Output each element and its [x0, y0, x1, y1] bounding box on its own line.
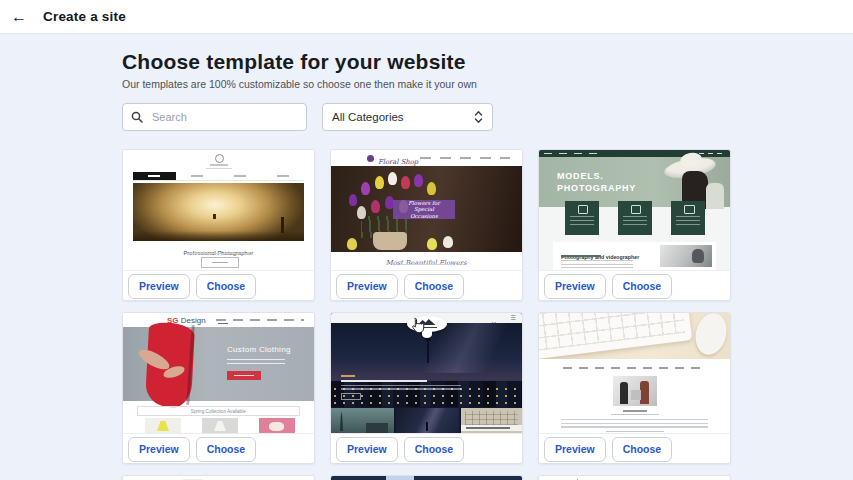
camera-icon	[578, 205, 588, 214]
chevron-up-down-icon	[474, 110, 483, 124]
site-cta-button	[201, 257, 239, 268]
preview-button[interactable]: Preview	[128, 437, 190, 462]
site-nav-links	[420, 157, 510, 159]
hero-title: Custom Clothing	[227, 345, 291, 354]
choose-button[interactable]: Choose	[196, 274, 257, 299]
film-icon	[631, 205, 641, 214]
template-thumbnail-partial-tabs[interactable]	[123, 476, 314, 480]
template-thumbnail-floral-shop[interactable]: Floral Shop	[331, 150, 522, 271]
app-bar: ← Create a site	[0, 0, 853, 33]
category-dropdown[interactable]: All Categories	[322, 103, 493, 131]
search-icon	[131, 111, 143, 123]
template-thumbnail-sg-design[interactable]: SG Design Custom Clothing	[123, 313, 314, 434]
product-photo-white-dress	[202, 418, 238, 433]
content-section	[539, 359, 730, 433]
caption-script-text: Most Beautiful Flowers	[331, 254, 522, 271]
template-thumbnail-night-city[interactable]: Menu ☰	[331, 313, 522, 434]
site-logo-mark	[215, 154, 224, 163]
hamburger-icon: ☰	[511, 314, 516, 321]
template-card-partial-navy	[330, 475, 523, 480]
mouse-photo	[691, 313, 730, 358]
site-nav-links	[563, 367, 706, 369]
section-photo-office	[613, 376, 657, 406]
template-card-sg-design: SG Design Custom Clothing	[122, 312, 315, 464]
product-photo-pink	[259, 418, 295, 433]
tile-photo-night-sky	[396, 408, 459, 433]
card-actions: Preview Choose	[123, 271, 314, 301]
tile-photo-map	[461, 408, 522, 433]
site-nav-active-tab	[386, 476, 414, 480]
site-nav-bar	[133, 172, 304, 181]
card-actions: Preview Choose	[331, 271, 522, 301]
page-subtitle: Our templates are 100% customizable so c…	[122, 78, 762, 90]
product-photo-yellow-dress	[145, 418, 181, 433]
template-card-models-photography: MODELS. PHOTOGRAPHY	[538, 149, 731, 301]
mountain-logo-icon	[418, 319, 436, 325]
search-box[interactable]	[122, 103, 307, 131]
tile-photo-statue	[331, 408, 394, 433]
template-grid: Professional Photographer Preview Choose	[122, 149, 762, 480]
template-card-floral-shop: Floral Shop	[330, 149, 523, 301]
preview-button[interactable]: Preview	[336, 437, 398, 462]
choose-button[interactable]: Choose	[612, 437, 673, 462]
feature-card	[565, 201, 599, 235]
hero-cta-button	[227, 371, 261, 380]
toolbar: All Categories	[122, 103, 762, 131]
template-thumbnail-partial-navy[interactable]	[331, 476, 522, 480]
template-card-keyboard-workspace: Preview Choose	[538, 312, 731, 464]
template-card-partial-kpc: KPC	[538, 475, 731, 480]
site-header: Floral Shop	[331, 150, 522, 166]
app-bar-title: Create a site	[43, 9, 126, 24]
hero-photo-red-dress: Custom Clothing	[123, 327, 314, 401]
preview-button[interactable]: Preview	[128, 274, 190, 299]
preview-button[interactable]: Preview	[544, 274, 606, 299]
choose-button[interactable]: Choose	[404, 274, 465, 299]
card-actions: Preview Choose	[539, 271, 730, 301]
feature-card	[618, 201, 652, 235]
preview-button[interactable]: Preview	[336, 274, 398, 299]
template-card-night-city: Menu ☰	[330, 312, 523, 464]
hero-photo-model-hat: MODELS. PHOTOGRAPHY	[539, 157, 730, 207]
collection-banner: Spring Collection Available	[137, 406, 300, 416]
card-actions: Preview Choose	[539, 434, 730, 464]
hero-photo-keyboard	[539, 313, 730, 359]
hero-photo-field-sunset	[133, 183, 304, 241]
search-input[interactable]	[150, 110, 298, 124]
card-actions: Preview Choose	[123, 434, 314, 464]
template-card-photographer: Professional Photographer Preview Choose	[122, 149, 315, 301]
template-card-partial-tabs	[122, 475, 315, 480]
content-section: Photography and videographer	[553, 242, 716, 270]
main-content: Choose template for your website Our tem…	[122, 33, 762, 480]
template-thumbnail-photographer[interactable]: Professional Photographer	[123, 150, 314, 271]
feature-card	[671, 201, 705, 235]
template-thumbnail-partial-kpc[interactable]: KPC	[539, 476, 730, 480]
site-logo-badge	[407, 316, 447, 332]
template-thumbnail-keyboard-workspace[interactable]	[539, 313, 730, 434]
choose-button[interactable]: Choose	[196, 437, 257, 462]
preview-button[interactable]: Preview	[544, 437, 606, 462]
floral-logo-icon	[367, 155, 374, 162]
section-photo	[660, 245, 712, 267]
template-thumbnail-models-photography[interactable]: MODELS. PHOTOGRAPHY	[539, 150, 730, 271]
hero-banner: Flowers for Special Occasions	[393, 200, 455, 219]
hero-title: MODELS. PHOTOGRAPHY	[557, 170, 636, 194]
category-selected-value: All Categories	[332, 111, 404, 123]
card-actions: Preview Choose	[331, 434, 522, 464]
back-arrow-icon[interactable]: ←	[11, 9, 27, 25]
hero-photo-tulips: Flowers for Special Occasions	[331, 166, 522, 252]
site-nav-links	[216, 319, 304, 321]
choose-button[interactable]: Choose	[612, 274, 673, 299]
page-title: Choose template for your website	[122, 50, 762, 74]
photo-icon	[684, 205, 695, 214]
create-site-page: ← Create a site Choose template for your…	[0, 0, 853, 480]
choose-button[interactable]: Choose	[404, 437, 465, 462]
